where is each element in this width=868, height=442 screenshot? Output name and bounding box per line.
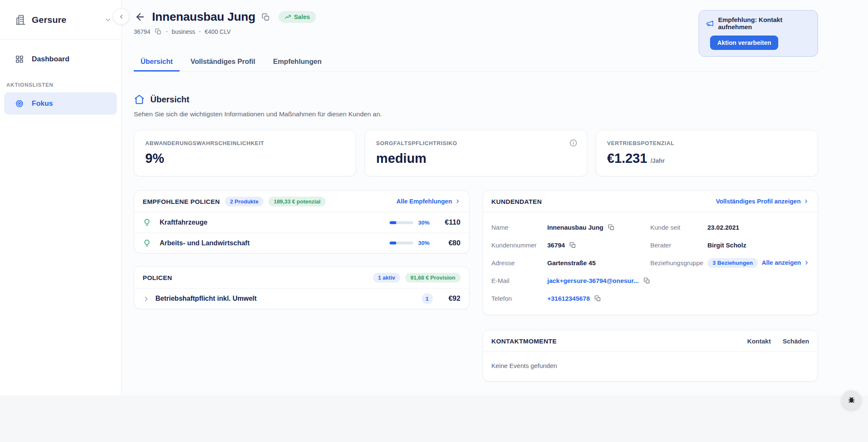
lightbulb-icon	[143, 218, 151, 227]
stat-card-churn: ABWANDERUNGSWAHRSCHEINLICHKEIT 9%	[134, 130, 356, 176]
recommended-policy-row[interactable]: Arbeits- und Landwirtschaft 30% €80	[134, 233, 469, 253]
workspace-switcher[interactable]: Gersure	[0, 0, 121, 40]
chevron-right-icon	[455, 198, 461, 204]
policy-name: Arbeits- und Landwirtschaft	[160, 239, 249, 247]
separator: ·	[199, 28, 201, 35]
sidebar-section-label: AKTIONSLISTEN	[6, 82, 121, 88]
stat-cards: ABWANDERUNGSWAHRSCHEINLICHKEIT 9% SORGFA…	[134, 130, 818, 176]
sidebar-collapse-button[interactable]	[113, 8, 129, 25]
all-recommendations-link[interactable]: Alle Empfehlungen	[396, 198, 460, 205]
sidebar: Gersure Dashboard AKTIONSLISTEN	[0, 0, 122, 395]
chevron-down-icon	[104, 16, 112, 24]
recommended-policy-row[interactable]: Kraftfahrzeuge 30% €110	[134, 212, 469, 233]
tab-kontakt[interactable]: Kontakt	[747, 338, 771, 345]
customer-fields-right: Kunde seit 23.02.2021 Berater Birgit Sch…	[650, 218, 809, 307]
stat-value: 9%	[145, 151, 345, 166]
copy-icon	[644, 277, 650, 284]
stat-card-due-diligence: SORGFALTSPFLICHTRISIKO medium	[365, 130, 587, 176]
probability-percent: 30%	[418, 240, 433, 246]
stat-suffix: /Jahr	[650, 157, 664, 164]
copy-icon	[594, 295, 601, 302]
sidebar-item-fokus[interactable]: Fokus	[4, 92, 117, 115]
workspace-name: Gersure	[32, 15, 66, 25]
field-customer-number: Kundennummer 36794	[492, 236, 650, 254]
customer-data-card: KUNDENDATEN Vollständiges Profil anzeige…	[483, 190, 818, 315]
policy-amount: €92	[440, 294, 461, 303]
page-title: Innenausbau Jung	[152, 10, 255, 24]
tab-vollstaendiges-profil[interactable]: Vollständiges Profil	[184, 53, 262, 71]
sales-badge-label: Sales	[294, 14, 310, 20]
policy-name: Betriebshaftpflicht inkl. Umwelt	[155, 295, 257, 302]
sidebar-item-label: Fokus	[32, 99, 53, 108]
copy-title-button[interactable]	[261, 12, 271, 22]
sidebar-item-dashboard[interactable]: Dashboard	[4, 49, 117, 69]
sidebar-nav: Dashboard AKTIONSLISTEN Fokus	[0, 40, 121, 115]
email-link[interactable]: jack+gersure-36794@onesur...	[547, 277, 651, 285]
field-email: E-Mail jack+gersure-36794@onesur...	[492, 272, 650, 289]
copy-phone-button[interactable]	[594, 294, 602, 302]
copy-icon	[262, 13, 270, 21]
main-area: Innenausbau Jung Sales 36794 · business	[122, 0, 868, 395]
policy-amount: €80	[440, 239, 461, 247]
customer-segment: business	[172, 28, 195, 35]
stat-value: medium	[376, 151, 575, 166]
products-count-badge: 2 Produkte	[225, 197, 263, 206]
commission-badge: 91,68 € Provision	[405, 273, 460, 283]
copy-id-button[interactable]	[154, 27, 162, 36]
info-icon[interactable]	[569, 139, 578, 147]
recommendation-banner: Empfehlung: Kontakt aufnehmen Aktion ver…	[699, 10, 818, 57]
probability-percent: 30%	[418, 220, 433, 226]
show-all-relationships-link[interactable]: Alle anzeigen	[762, 259, 810, 266]
probability-bar	[390, 242, 413, 244]
field-advisor: Berater Birgit Scholz	[650, 236, 809, 254]
probability-bar	[390, 221, 413, 224]
phone-link[interactable]: +31612345678	[547, 294, 602, 302]
card-title: KONTAKTMOMENTE	[492, 338, 557, 345]
process-action-button[interactable]: Aktion verarbeiten	[710, 36, 778, 50]
potential-badge: 189,33 € potenzial	[268, 197, 326, 206]
contact-moments-card: KONTAKTMOMENTE Kontakt Schäden Keine Eve…	[483, 330, 818, 382]
chevron-right-icon	[803, 198, 809, 204]
empty-state-text: Keine Events gefunden	[483, 352, 818, 381]
megaphone-icon	[706, 19, 714, 27]
debug-button[interactable]	[842, 390, 861, 409]
sidebar-item-label: Dashboard	[32, 55, 69, 63]
copy-customer-number-button[interactable]	[569, 241, 577, 249]
card-title: EMPFOHLENE POLICEN	[143, 198, 220, 205]
field-relationship-group: Beziehungsgruppe 3 Beziehungen Alle anze…	[650, 254, 809, 272]
left-column: EMPFOHLENE POLICEN 2 Produkte 189,33 € p…	[134, 190, 470, 309]
tab-empfehlungen[interactable]: Empfehlungen	[266, 53, 329, 71]
card-title: KUNDENDATEN	[492, 198, 542, 205]
chevron-right-icon	[143, 295, 150, 302]
chevron-right-icon	[804, 260, 810, 266]
policy-count-badge: 1	[422, 293, 433, 304]
copy-email-button[interactable]	[643, 277, 651, 285]
full-profile-link[interactable]: Vollständiges Profil anzeigen	[716, 198, 809, 205]
back-button[interactable]	[134, 11, 147, 23]
field-name: Name Innenausbau Jung	[492, 218, 650, 236]
active-count-badge: 1 aktiv	[373, 273, 400, 283]
policy-row[interactable]: Betriebshaftpflicht inkl. Umwelt 1 €92	[134, 288, 469, 309]
card-title: POLICEN	[143, 274, 172, 281]
field-address: Adresse Gartenstraße 45	[492, 254, 650, 272]
copy-icon	[155, 28, 161, 35]
sales-badge[interactable]: Sales	[279, 11, 316, 23]
app-frame: Gersure Dashboard AKTIONSLISTEN	[0, 0, 868, 395]
stat-card-sales-potential: VERTRIEBSPOTENZIAL €1.231 /Jahr	[596, 130, 818, 176]
relationships-badge[interactable]: 3 Beziehungen	[708, 258, 758, 268]
chevron-left-icon	[118, 14, 124, 20]
lightbulb-icon	[143, 239, 151, 247]
copy-icon	[608, 224, 614, 231]
overview-title: Übersicht	[150, 95, 189, 104]
bug-icon	[847, 396, 856, 404]
copy-name-button[interactable]	[607, 223, 615, 231]
tab-schaeden[interactable]: Schäden	[782, 338, 809, 345]
tab-uebersicht[interactable]: Übersicht	[134, 53, 180, 71]
overview-section-header: Übersicht	[134, 94, 818, 105]
stat-label: ABWANDERUNGSWAHRSCHEINLICHKEIT	[145, 140, 345, 146]
field-customer-since: Kunde seit 23.02.2021	[650, 218, 809, 236]
right-column: KUNDENDATEN Vollständiges Profil anzeige…	[483, 190, 818, 382]
separator: ·	[166, 28, 168, 35]
building-icon	[14, 14, 26, 26]
copy-icon	[569, 242, 576, 248]
